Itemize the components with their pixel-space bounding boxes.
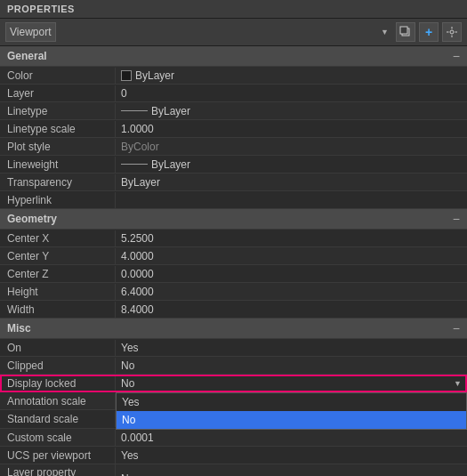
- prop-row-lineweight: Lineweight ByLayer: [0, 156, 467, 173]
- viewport-select-wrapper: Viewport ▼: [5, 22, 392, 42]
- svg-point-2: [450, 30, 454, 34]
- prop-name-layer-overrides: Layer property overrides: [0, 464, 116, 476]
- section-label-general: General: [7, 50, 47, 62]
- section-collapse-misc[interactable]: −: [453, 321, 460, 335]
- prop-value-center-z[interactable]: 0.0000: [116, 266, 467, 282]
- prop-value-linetype[interactable]: ByLayer: [116, 103, 467, 119]
- prop-row-color: Color ByLayer: [0, 67, 467, 85]
- prop-value-display-locked[interactable]: No ▼: [116, 375, 467, 391]
- prop-row-ucs-viewport: UCS per viewport Yes: [0, 447, 467, 464]
- prop-name-lineweight: Lineweight: [0, 157, 116, 173]
- prop-value-on[interactable]: Yes: [116, 340, 467, 356]
- copy-button[interactable]: [396, 22, 415, 42]
- toolbar: Viewport ▼ +: [0, 19, 467, 46]
- prop-name-hyperlink: Hyperlink: [0, 192, 116, 208]
- section-label-misc: Misc: [7, 322, 31, 335]
- prop-value-center-y[interactable]: 4.0000: [116, 248, 467, 264]
- prop-row-center-z: Center Z 0.0000: [0, 265, 467, 283]
- prop-row-clipped: Clipped No: [0, 357, 467, 375]
- prop-name-on: On: [0, 340, 116, 356]
- prop-name-width: Width: [0, 302, 116, 318]
- prop-value-center-x[interactable]: 5.2500: [116, 230, 467, 246]
- prop-row-height: Height 6.4000: [0, 283, 467, 301]
- prop-value-height[interactable]: 6.4000: [116, 284, 467, 300]
- dropdown-item-no[interactable]: No: [117, 411, 466, 429]
- prop-value-custom-scale[interactable]: 0.0001: [116, 430, 467, 446]
- section-collapse-geometry[interactable]: −: [453, 212, 460, 226]
- prop-name-center-z: Center Z: [0, 266, 116, 282]
- prop-value-ucs-viewport[interactable]: Yes: [116, 448, 467, 464]
- dropdown-arrow-icon: ▼: [454, 379, 462, 388]
- prop-value-width[interactable]: 8.4000: [116, 302, 467, 318]
- prop-name-custom-scale: Custom scale: [0, 430, 116, 446]
- linetype-dash: [121, 110, 148, 111]
- prop-row-on: On Yes: [0, 339, 467, 357]
- prop-name-height: Height: [0, 284, 116, 300]
- prop-value-linetype-scale[interactable]: 1.0000: [116, 121, 467, 137]
- prop-row-plot-style: Plot style ByColor: [0, 138, 467, 156]
- prop-name-annotation-scale: Annotation scale: [0, 393, 116, 409]
- section-header-misc[interactable]: Misc −: [0, 319, 467, 339]
- prop-name-clipped: Clipped: [0, 358, 116, 374]
- color-swatch: [121, 70, 132, 81]
- prop-row-layer-overrides: Layer property overrides No: [0, 464, 467, 476]
- section-header-general[interactable]: General −: [0, 46, 467, 67]
- prop-name-transparency: Transparency: [0, 174, 116, 190]
- prop-row-center-y: Center Y 4.0000: [0, 247, 467, 265]
- prop-value-clipped[interactable]: No: [116, 358, 467, 374]
- display-locked-dropdown: Yes No: [116, 392, 467, 430]
- prop-row-hyperlink: Hyperlink: [0, 191, 467, 209]
- dropdown-item-yes[interactable]: Yes: [117, 393, 466, 411]
- prop-name-plot-style: Plot style: [0, 139, 116, 155]
- panel-title: PROPERTIES: [0, 0, 467, 19]
- prop-value-plot-style[interactable]: ByColor: [116, 139, 467, 155]
- prop-name-layer: Layer: [0, 85, 116, 101]
- lineweight-dash: [121, 164, 148, 165]
- prop-value-color[interactable]: ByLayer: [116, 68, 467, 84]
- section-header-geometry[interactable]: Geometry −: [0, 209, 467, 230]
- section-collapse-general[interactable]: −: [453, 49, 460, 63]
- prop-row-width: Width 8.4000: [0, 301, 467, 319]
- svg-rect-1: [400, 27, 407, 34]
- prop-name-center-y: Center Y: [0, 248, 116, 264]
- prop-name-linetype: Linetype: [0, 103, 116, 119]
- prop-name-linetype-scale: Linetype scale: [0, 121, 116, 137]
- settings-button[interactable]: [442, 22, 462, 42]
- prop-row-custom-scale: Custom scale 0.0001: [0, 429, 467, 447]
- prop-name-ucs-viewport: UCS per viewport: [0, 448, 116, 464]
- prop-value-layer-overrides[interactable]: No: [116, 471, 467, 476]
- viewport-select[interactable]: Viewport: [5, 22, 56, 42]
- prop-row-linetype: Linetype ByLayer: [0, 102, 467, 120]
- prop-row-center-x: Center X 5.2500: [0, 230, 467, 247]
- display-locked-container: Display locked No ▼ Yes No: [0, 375, 467, 392]
- properties-panel: PROPERTIES Viewport ▼ +: [0, 0, 467, 476]
- select-arrow-icon: ▼: [381, 28, 389, 36]
- prop-name-standard-scale: Standard scale: [0, 411, 116, 427]
- prop-name-center-x: Center X: [0, 230, 116, 246]
- add-button[interactable]: +: [419, 22, 439, 42]
- properties-table: General − Color ByLayer Layer 0 Linetype…: [0, 46, 467, 476]
- prop-name-color: Color: [0, 68, 116, 84]
- prop-value-hyperlink[interactable]: [116, 198, 467, 202]
- prop-row-display-locked[interactable]: Display locked No ▼: [0, 375, 467, 392]
- prop-name-display-locked: Display locked: [0, 375, 116, 391]
- prop-value-layer[interactable]: 0: [116, 85, 467, 101]
- prop-row-linetype-scale: Linetype scale 1.0000: [0, 120, 467, 138]
- section-label-geometry: Geometry: [7, 213, 57, 225]
- prop-value-transparency[interactable]: ByLayer: [116, 174, 467, 190]
- prop-value-lineweight[interactable]: ByLayer: [116, 157, 467, 173]
- prop-row-transparency: Transparency ByLayer: [0, 173, 467, 191]
- prop-row-layer: Layer 0: [0, 85, 467, 102]
